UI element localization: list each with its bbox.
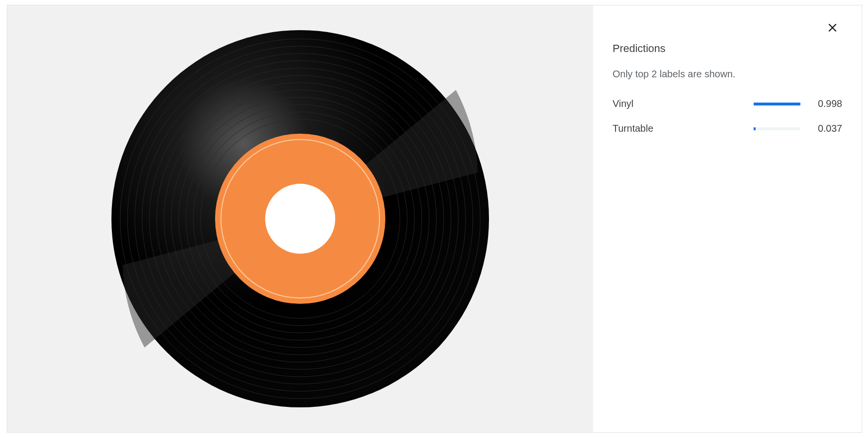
- panel-subtitle: Only top 2 labels are shown.: [613, 69, 842, 80]
- close-icon: [826, 21, 839, 36]
- svg-point-15: [265, 184, 335, 254]
- predictions-panel: Predictions Only top 2 labels are shown.…: [593, 5, 862, 432]
- prediction-bar-fill: [754, 103, 800, 105]
- panel-title: Predictions: [613, 42, 842, 55]
- prediction-bar: [754, 103, 800, 105]
- preview-frame: Predictions Only top 2 labels are shown.…: [7, 5, 862, 433]
- prediction-score: 0.037: [811, 123, 842, 134]
- prediction-row: Turntable 0.037: [613, 123, 842, 134]
- prediction-label: Turntable: [613, 123, 754, 134]
- prediction-row: Vinyl 0.998: [613, 98, 842, 109]
- predictions-list: Vinyl 0.998 Turntable 0.037: [613, 98, 842, 134]
- prediction-score: 0.998: [811, 98, 842, 109]
- sample-image-vinyl-record: [108, 27, 492, 411]
- close-button[interactable]: [823, 19, 842, 38]
- prediction-bar-fill: [754, 127, 756, 130]
- image-preview-pane: [7, 5, 593, 432]
- prediction-bar: [754, 127, 800, 130]
- prediction-label: Vinyl: [613, 98, 754, 109]
